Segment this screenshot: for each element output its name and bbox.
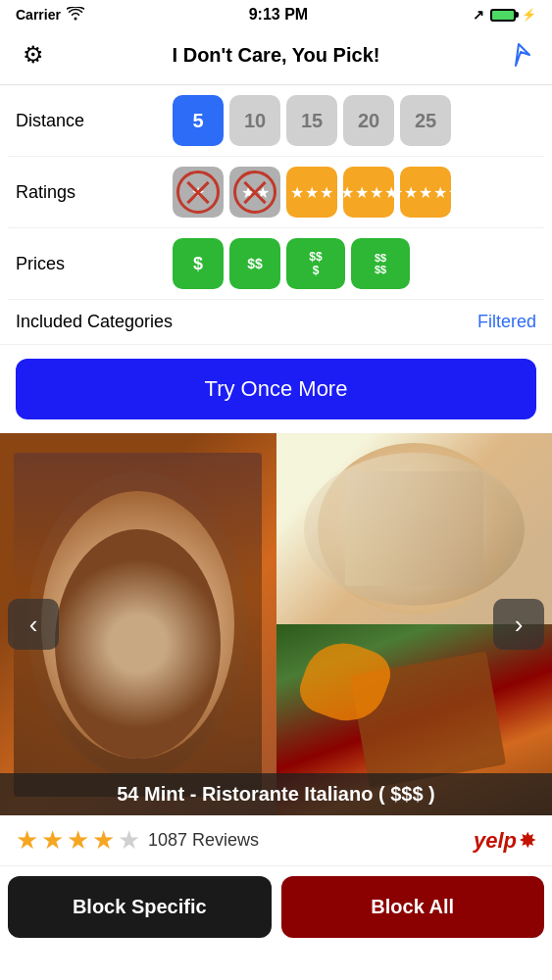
chevron-left-icon: ‹ xyxy=(29,610,38,640)
yelp-text: yelp xyxy=(474,828,517,854)
navigation-icon xyxy=(505,41,532,69)
ratings-options: ★ ★★ ★ ★ ★ xyxy=(173,167,451,218)
carousel-next-button[interactable]: › xyxy=(493,599,544,650)
categories-label: Included Categories xyxy=(16,312,173,332)
block-all-button[interactable]: Block All xyxy=(281,876,545,938)
filtered-link[interactable]: Filtered xyxy=(477,312,536,332)
rating-2-star-button[interactable]: ★★ xyxy=(229,167,280,218)
gear-icon: ⚙ xyxy=(23,41,44,69)
lightning-icon: ⚡ xyxy=(522,8,536,22)
yelp-logo-container: yelp ✸ xyxy=(474,828,536,854)
distance-options: 5 10 15 20 25 xyxy=(173,95,451,146)
reviews-row: ★ ★ ★ ★ ★ 1087 Reviews yelp ✸ xyxy=(0,815,552,866)
time-label: 9:13 PM xyxy=(249,6,308,24)
navigate-button[interactable] xyxy=(501,37,536,73)
block-specific-button[interactable]: Block Specific xyxy=(8,876,272,938)
distance-15-button[interactable]: 15 xyxy=(286,95,337,146)
rating-4-star-button[interactable]: ★ ★ ★ ★ xyxy=(343,167,394,218)
try-once-more-button[interactable]: Try Once More xyxy=(16,359,536,419)
prices-filter-row: Prices $ $$ $$$ $$$$ xyxy=(8,228,544,300)
ratings-filter-row: Ratings ★ ★★ ★ ★ ★ xyxy=(8,157,544,228)
settings-button[interactable]: ⚙ xyxy=(16,37,51,73)
price-3-button[interactable]: $$$ xyxy=(286,238,345,289)
distance-filter-row: Distance 5 10 15 20 25 xyxy=(8,85,544,157)
distance-20-button[interactable]: 20 xyxy=(343,95,394,146)
photo-grid xyxy=(0,433,552,815)
star-4: ★ xyxy=(92,825,115,856)
block-overlay xyxy=(173,167,224,218)
price-4-button[interactable]: $$$$ xyxy=(351,238,410,289)
yelp-stars: ★ ★ ★ ★ ★ xyxy=(16,825,140,856)
carrier-label: Carrier xyxy=(16,7,61,23)
battery-icon xyxy=(490,9,516,22)
prices-label: Prices xyxy=(16,254,173,274)
restaurant-overlay: 54 Mint - Ristorante Italiano ( $$$ ) xyxy=(0,773,552,815)
rating-5-star-button[interactable]: ★ ★ ★ ★ ★ xyxy=(400,167,451,218)
app-header: ⚙ I Don't Care, You Pick! xyxy=(0,29,552,85)
prices-options: $ $$ $$$ $$$$ xyxy=(173,238,410,289)
status-bar: Carrier 9:13 PM ↗ ⚡ xyxy=(0,0,552,29)
categories-row: Included Categories Filtered xyxy=(0,300,552,345)
distance-25-button[interactable]: 25 xyxy=(400,95,451,146)
reviews-container: ★ ★ ★ ★ ★ 1087 Reviews xyxy=(16,825,259,856)
price-1-button[interactable]: $ xyxy=(173,238,224,289)
ratings-label: Ratings xyxy=(16,182,173,203)
review-count: 1087 Reviews xyxy=(148,830,259,851)
block-overlay-2 xyxy=(229,167,280,218)
price-2-button[interactable]: $$ xyxy=(229,238,280,289)
distance-10-button[interactable]: 10 xyxy=(229,95,280,146)
photo-carousel: ‹ › 54 Mint - Ristorante Italiano ( $$$ … xyxy=(0,433,552,815)
rating-3-star-button[interactable]: ★ ★ ★ xyxy=(286,167,337,218)
photo-2 xyxy=(276,433,553,624)
star-3: ★ xyxy=(67,825,89,856)
try-button-container: Try Once More xyxy=(0,345,552,433)
rating-1-star-button[interactable]: ★ xyxy=(173,167,224,218)
location-icon: ↗ xyxy=(473,7,484,23)
filter-section: Distance 5 10 15 20 25 Ratings ★ ★★ xyxy=(0,85,552,300)
star-2: ★ xyxy=(41,825,64,856)
carousel-prev-button[interactable]: ‹ xyxy=(8,599,59,650)
bottom-buttons: Block Specific Block All xyxy=(0,866,552,948)
wifi-icon xyxy=(67,7,84,24)
star-1: ★ xyxy=(16,825,38,856)
star-5: ★ xyxy=(118,825,140,856)
chevron-right-icon: › xyxy=(515,610,524,640)
yelp-burst-icon: ✸ xyxy=(519,828,536,854)
page-title: I Don't Care, You Pick! xyxy=(51,44,501,67)
distance-label: Distance xyxy=(16,111,173,131)
restaurant-name: 54 Mint - Ristorante Italiano ( $$$ ) xyxy=(117,783,435,805)
distance-5-button[interactable]: 5 xyxy=(173,95,224,146)
